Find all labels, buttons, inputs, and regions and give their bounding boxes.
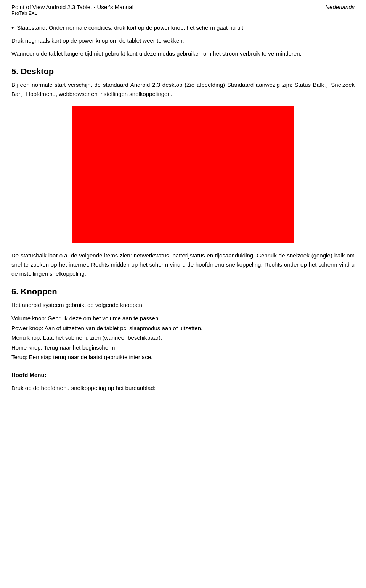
hoofdmenu-heading: Hoofd Menu:	[11, 371, 355, 380]
header-language: Nederlands	[325, 4, 355, 10]
section5-para2: De statusbalk laat o.a. de volgende item…	[11, 251, 355, 278]
hoofdmenu-section: Hoofd Menu: Druk op de hoofdmenu snelkop…	[11, 371, 355, 393]
list-item-1: Power knop: Aan of uitzetten van de tabl…	[11, 323, 355, 333]
intro-bullets: • Slaapstand: Onder normale condities: d…	[11, 24, 355, 32]
section5-heading: 5. Desktop	[11, 67, 355, 77]
intro-para-2: Wanneer u de tablet langere tijd niet ge…	[11, 49, 355, 58]
bullet-item: • Slaapstand: Onder normale condities: d…	[11, 24, 355, 32]
main-content: • Slaapstand: Onder normale condities: d…	[11, 17, 355, 393]
list-item-0: Volume knop: Gebruik deze om het volume …	[11, 313, 355, 323]
section6-heading: 6. Knoppen	[11, 287, 355, 297]
bullet-text: Slaapstand: Onder normale condities: dru…	[17, 24, 245, 32]
hoofdmenu-label: Hoofd Menu:	[11, 372, 47, 378]
header-subtitle: ProTab 2XL	[11, 10, 133, 16]
list-item-2: Menu knop: Laat het submenu zien (wannee…	[11, 333, 355, 343]
header-title: Point of View Android 2.3 Tablet - User'…	[11, 4, 133, 10]
section6-intro: Het android systeem gebruikt de volgende…	[11, 300, 355, 310]
hoofdmenu-text: Druk op de hoofdmenu snelkoppeling op he…	[11, 383, 355, 393]
list-item-4: Terug: Een stap terug naar de laatst geb…	[11, 352, 355, 362]
section6-list: Volume knop: Gebruik deze om het volume …	[11, 313, 355, 362]
bullet-dot: •	[11, 24, 14, 32]
header-left: Point of View Android 2.3 Tablet - User'…	[11, 4, 133, 16]
page-header: Point of View Android 2.3 Tablet - User'…	[11, 0, 355, 17]
section5-para1: Bij een normale start verschijnt de stan…	[11, 80, 355, 99]
desktop-screenshot-image	[72, 106, 294, 243]
intro-para-1: Druk nogmaals kort op de power knop om d…	[11, 36, 355, 45]
list-item-3: Home knop: Terug naar het beginscherm	[11, 343, 355, 353]
